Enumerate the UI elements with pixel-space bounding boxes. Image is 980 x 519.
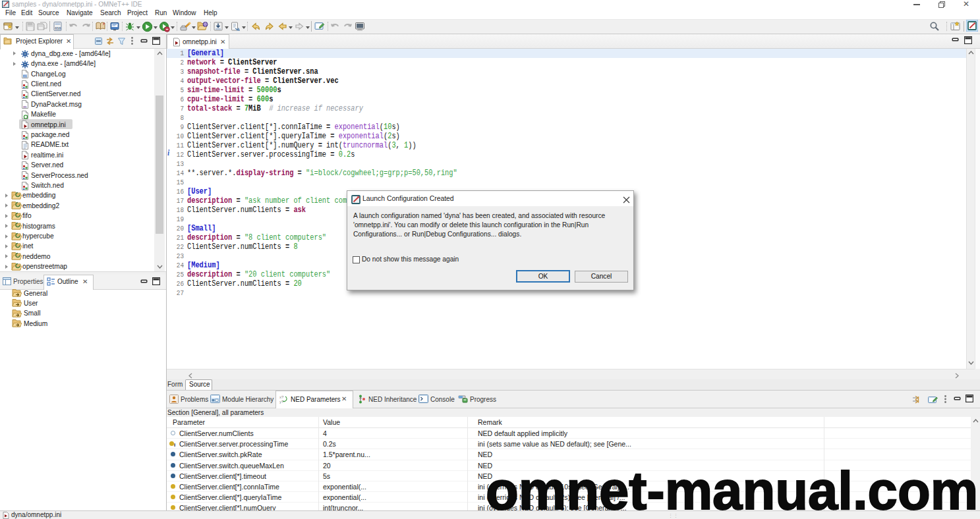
svg-text:019: 019: [23, 75, 27, 78]
svg-text:m: m: [23, 105, 26, 109]
svg-text:x?: x?: [279, 395, 284, 399]
svg-text:010: 010: [55, 26, 61, 30]
